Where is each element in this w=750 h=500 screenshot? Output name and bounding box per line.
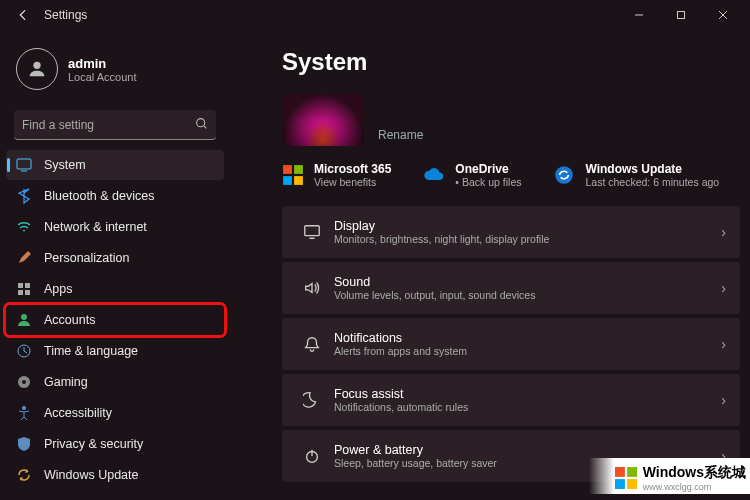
card-sub: Notifications, automatic rules [334, 401, 721, 413]
shield-icon [16, 436, 32, 452]
card-sub: Monitors, brightness, night light, displ… [334, 233, 721, 245]
desktop-thumbnail[interactable] [282, 94, 364, 146]
chevron-right-icon: › [721, 336, 726, 352]
svg-rect-10 [25, 290, 30, 295]
svg-rect-16 [283, 165, 292, 174]
svg-rect-28 [627, 479, 637, 489]
accessibility-icon [16, 405, 32, 421]
svg-rect-19 [294, 176, 303, 185]
sidebar-item-label: Personalization [44, 251, 129, 265]
close-button[interactable] [702, 1, 744, 29]
promo-sub: • Back up files [455, 176, 521, 188]
svg-rect-25 [615, 467, 625, 477]
sidebar-item-gaming[interactable]: Gaming [6, 367, 224, 397]
update-icon [16, 467, 32, 483]
svg-point-20 [556, 166, 574, 184]
avatar [16, 48, 58, 90]
bluetooth-icon [16, 188, 32, 204]
sidebar-item-apps[interactable]: Apps [6, 274, 224, 304]
svg-rect-8 [25, 283, 30, 288]
user-block[interactable]: admin Local Account [6, 40, 224, 106]
svg-rect-7 [18, 283, 23, 288]
svg-rect-21 [305, 226, 319, 236]
svg-point-11 [21, 314, 27, 320]
promo-sub: View benefits [314, 176, 391, 188]
sidebar-item-personalization[interactable]: Personalization [6, 243, 224, 273]
brush-icon [16, 250, 32, 266]
sidebar-item-system[interactable]: System [6, 150, 224, 180]
card-focus[interactable]: Focus assist Notifications, automatic ru… [282, 374, 740, 426]
svg-rect-18 [283, 176, 292, 185]
sidebar-item-network[interactable]: Network & internet [6, 212, 224, 242]
maximize-button[interactable] [660, 1, 702, 29]
svg-rect-1 [678, 12, 685, 19]
svg-rect-9 [18, 290, 23, 295]
search-icon [195, 117, 208, 133]
moon-icon [294, 391, 330, 409]
sidebar-item-label: Accounts [44, 313, 95, 327]
sidebar-item-label: Apps [44, 282, 73, 296]
card-title: Sound [334, 275, 721, 289]
cloud-icon [423, 164, 445, 186]
wifi-icon [16, 219, 32, 235]
clock-icon [16, 343, 32, 359]
svg-point-15 [22, 406, 26, 410]
svg-rect-26 [627, 467, 637, 477]
sidebar-item-privacy[interactable]: Privacy & security [6, 429, 224, 459]
system-icon [16, 157, 32, 173]
m365-icon [282, 164, 304, 186]
sidebar-item-label: Time & language [44, 344, 138, 358]
card-sound[interactable]: Sound Volume levels, output, input, soun… [282, 262, 740, 314]
svg-rect-17 [294, 165, 303, 174]
promo-sub: Last checked: 6 minutes ago [585, 176, 719, 188]
card-title: Focus assist [334, 387, 721, 401]
promo-title: OneDrive [455, 162, 521, 176]
page-title: System [282, 48, 740, 76]
svg-rect-5 [17, 159, 31, 169]
card-title: Power & battery [334, 443, 721, 457]
search-input[interactable] [22, 118, 195, 132]
sidebar-item-label: System [44, 158, 86, 172]
svg-point-14 [22, 380, 26, 384]
sidebar-item-accessibility[interactable]: Accessibility [6, 398, 224, 428]
card-notifications[interactable]: Notifications Alerts from apps and syste… [282, 318, 740, 370]
sidebar-item-label: Gaming [44, 375, 88, 389]
sidebar-item-label: Bluetooth & devices [44, 189, 155, 203]
watermark-url: www.wxclgg.com [643, 482, 746, 492]
apps-icon [16, 281, 32, 297]
promo-m365[interactable]: Microsoft 365 View benefits [282, 162, 391, 188]
sidebar-item-update[interactable]: Windows Update [6, 460, 224, 490]
promo-update[interactable]: Windows Update Last checked: 6 minutes a… [553, 162, 719, 188]
chevron-right-icon: › [721, 280, 726, 296]
watermark-text: Windows系统城 [643, 464, 746, 482]
user-account-type: Local Account [68, 71, 137, 83]
person-icon [16, 312, 32, 328]
svg-line-4 [204, 125, 206, 127]
power-icon [294, 447, 330, 465]
gaming-icon [16, 374, 32, 390]
sidebar-item-accounts[interactable]: Accounts [6, 305, 224, 335]
update-icon [553, 164, 575, 186]
window-title: Settings [44, 8, 87, 22]
watermark: Windows系统城 www.wxclgg.com [589, 458, 750, 494]
sidebar-item-bluetooth[interactable]: Bluetooth & devices [6, 181, 224, 211]
sidebar-item-label: Accessibility [44, 406, 112, 420]
sidebar-item-time[interactable]: Time & language [6, 336, 224, 366]
promo-title: Windows Update [585, 162, 719, 176]
display-icon [294, 223, 330, 241]
main-panel: System Rename Microsoft 365 View benefit… [230, 30, 750, 500]
promo-onedrive[interactable]: OneDrive • Back up files [423, 162, 521, 188]
minimize-button[interactable] [618, 1, 660, 29]
sidebar-item-label: Windows Update [44, 468, 139, 482]
card-display[interactable]: Display Monitors, brightness, night ligh… [282, 206, 740, 258]
sidebar-nav: System Bluetooth & devices Network & int… [6, 150, 224, 490]
svg-rect-27 [615, 479, 625, 489]
chevron-right-icon: › [721, 224, 726, 240]
search-box[interactable] [14, 110, 216, 140]
promo-title: Microsoft 365 [314, 162, 391, 176]
rename-link[interactable]: Rename [378, 128, 423, 142]
titlebar: Settings [0, 0, 750, 30]
user-name: admin [68, 56, 137, 71]
back-button[interactable] [10, 2, 36, 28]
sidebar-item-label: Network & internet [44, 220, 147, 234]
